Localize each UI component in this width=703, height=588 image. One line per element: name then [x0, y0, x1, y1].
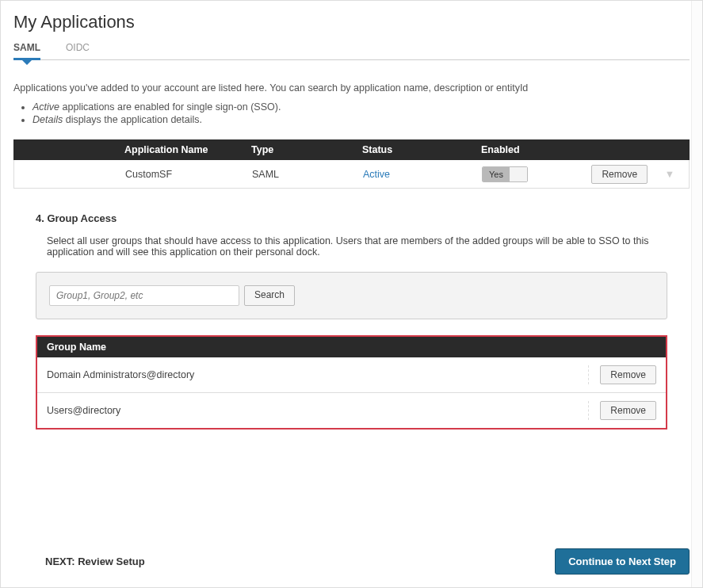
- group-row: Domain Administrators@directory Remove: [37, 357, 666, 392]
- group-row: Users@directory Remove: [37, 392, 666, 428]
- remove-group-button[interactable]: Remove: [600, 365, 656, 384]
- group-name: Users@directory: [47, 405, 120, 416]
- step-title: 4. Group Access: [36, 212, 667, 224]
- group-table-header: Group Name: [36, 335, 667, 357]
- toggle-yes-label: Yes: [483, 167, 510, 181]
- app-status[interactable]: Active: [363, 169, 482, 180]
- app-table-header: Application Name Type Status Enabled: [13, 139, 690, 160]
- group-access-section: 4. Group Access Select all user groups t…: [13, 189, 690, 430]
- intro-bullet: Active applications are enabled for sing…: [32, 101, 690, 113]
- col-header-type: Type: [251, 144, 362, 155]
- col-header-name: Application Name: [13, 144, 251, 155]
- next-step-label: NEXT: Review Setup: [13, 556, 145, 567]
- search-button[interactable]: Search: [244, 285, 295, 306]
- tabs: SAML OIDC: [13, 42, 690, 60]
- remove-app-button[interactable]: Remove: [591, 165, 648, 184]
- applications-table: Application Name Type Status Enabled Cus…: [13, 139, 690, 189]
- remove-group-button[interactable]: Remove: [600, 401, 656, 420]
- footer: NEXT: Review Setup Continue to Next Step: [13, 548, 690, 575]
- app-row: CustomSF SAML Active Yes Remove ▼: [13, 160, 690, 189]
- step-description: Select all user groups that should have …: [36, 235, 667, 258]
- enabled-toggle[interactable]: Yes: [482, 166, 528, 182]
- group-table: Domain Administrators@directory Remove U…: [36, 357, 667, 430]
- page-title: My Applications: [13, 12, 690, 32]
- intro-bullet: Details displays the application details…: [32, 114, 690, 125]
- intro-text: Applications you've added to your accoun…: [13, 82, 690, 94]
- app-name: CustomSF: [14, 169, 252, 180]
- group-name: Domain Administrators@directory: [47, 369, 194, 380]
- page-container: My Applications SAML OIDC Applications y…: [0, 0, 703, 588]
- group-search-input[interactable]: [49, 285, 239, 306]
- continue-button[interactable]: Continue to Next Step: [555, 548, 690, 575]
- scrollbar-track[interactable]: [691, 1, 702, 587]
- col-header-enabled: Enabled: [481, 144, 576, 155]
- toggle-off-side: [510, 167, 527, 181]
- chevron-down-icon[interactable]: ▼: [665, 169, 674, 180]
- intro-list: Active applications are enabled for sing…: [32, 101, 690, 125]
- col-header-status: Status: [362, 144, 481, 155]
- app-enabled-cell: Yes: [482, 166, 577, 182]
- app-type: SAML: [252, 169, 363, 180]
- group-search-panel: Search: [36, 272, 667, 319]
- tab-saml[interactable]: SAML: [13, 42, 40, 59]
- tab-oidc[interactable]: OIDC: [66, 42, 90, 59]
